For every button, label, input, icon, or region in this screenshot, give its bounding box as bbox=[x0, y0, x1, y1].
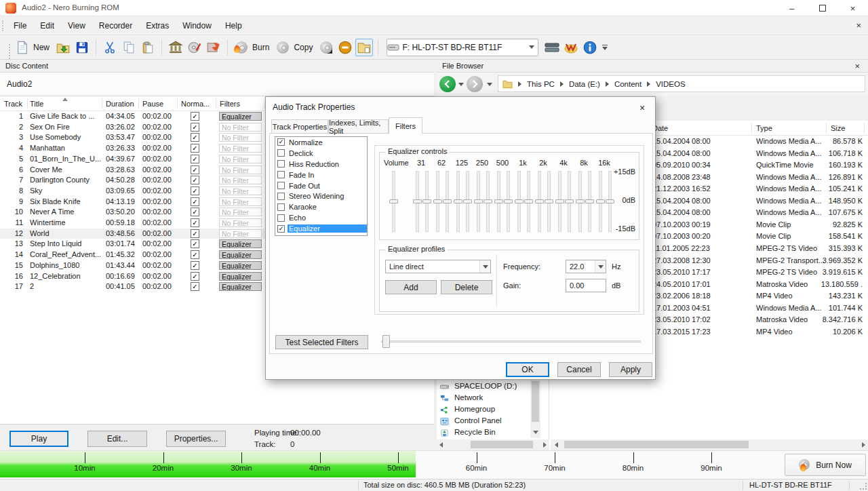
eq-slider[interactable] bbox=[608, 171, 612, 232]
tree-item-homegroup[interactable]: Homegroup bbox=[437, 404, 538, 416]
eq-slider[interactable] bbox=[425, 171, 429, 232]
copy-disc-icon[interactable] bbox=[274, 39, 292, 56]
eq-slider[interactable] bbox=[538, 171, 541, 232]
scroll-down-icon[interactable] bbox=[531, 428, 540, 437]
eq-slider-thumb[interactable] bbox=[576, 199, 585, 203]
tab-track-properties[interactable]: Track Properties bbox=[271, 119, 328, 134]
forward-history-icon[interactable] bbox=[487, 83, 492, 86]
preview-position-thumb[interactable] bbox=[382, 335, 390, 348]
col-duration[interactable]: Duration bbox=[106, 96, 134, 111]
tree-horizontal-scrollbar[interactable] bbox=[437, 439, 549, 450]
frequency-select[interactable]: 22.0 bbox=[566, 260, 606, 273]
menu-recorder[interactable]: Recorder bbox=[92, 18, 139, 33]
eq-slider[interactable] bbox=[507, 171, 510, 232]
normalize-checkbox[interactable]: ✓ bbox=[191, 218, 199, 227]
filter-checkbox[interactable] bbox=[277, 203, 285, 211]
eq-slider-thumb[interactable] bbox=[422, 199, 431, 203]
filter-item-declick[interactable]: Declick bbox=[275, 148, 367, 159]
tree-item-spaceloop-d[interactable]: SPACELOOP (D:) bbox=[437, 381, 538, 393]
col-title[interactable]: Title bbox=[30, 96, 43, 111]
delete-profile-button[interactable]: Delete bbox=[441, 280, 492, 294]
tab-filters[interactable]: Filters bbox=[389, 117, 422, 134]
erase-disc-icon[interactable] bbox=[336, 39, 354, 56]
forward-button[interactable] bbox=[467, 76, 483, 92]
menu-help[interactable]: Help bbox=[218, 18, 249, 33]
new-label[interactable]: New bbox=[33, 43, 50, 52]
burn-icon[interactable] bbox=[233, 39, 250, 56]
filter-checkbox[interactable]: ✓ bbox=[277, 138, 285, 146]
eq-slider-thumb[interactable] bbox=[555, 199, 564, 203]
disc-label-icon[interactable] bbox=[186, 39, 203, 56]
filter-item-karaoke[interactable]: Karaoke bbox=[275, 201, 367, 212]
normalize-checkbox[interactable]: ✓ bbox=[191, 239, 199, 248]
normalize-checkbox[interactable]: ✓ bbox=[191, 272, 199, 281]
normalize-checkbox[interactable]: ✓ bbox=[191, 176, 199, 184]
eq-slider[interactable] bbox=[466, 171, 469, 232]
eq-slider[interactable] bbox=[599, 171, 602, 232]
eq-slider[interactable] bbox=[527, 171, 530, 232]
normalize-checkbox[interactable]: ✓ bbox=[191, 112, 199, 121]
paste-icon[interactable] bbox=[139, 39, 157, 56]
eq-slider-thumb[interactable] bbox=[433, 199, 442, 203]
filter-item-normalize[interactable]: ✓Normalize bbox=[275, 137, 367, 148]
cancel-button[interactable]: Cancel bbox=[557, 362, 601, 377]
eq-slider-thumb[interactable] bbox=[413, 199, 422, 203]
normalize-checkbox[interactable]: ✓ bbox=[191, 261, 199, 270]
close-button[interactable]: × bbox=[837, 0, 868, 16]
eq-slider[interactable] bbox=[456, 171, 460, 232]
menu-extras[interactable]: Extras bbox=[139, 18, 176, 33]
eq-slider-thumb[interactable] bbox=[596, 199, 605, 203]
eq-slider-thumb[interactable] bbox=[524, 199, 533, 203]
drive-tray-icon[interactable] bbox=[543, 39, 561, 56]
eq-slider[interactable] bbox=[436, 171, 439, 232]
filter-badge[interactable]: Equalizer bbox=[219, 272, 262, 281]
file-browser-toggle-icon[interactable] bbox=[355, 39, 373, 56]
eq-slider[interactable] bbox=[588, 171, 591, 232]
eq-slider[interactable] bbox=[547, 171, 551, 232]
menu-edit[interactable]: Edit bbox=[33, 18, 61, 33]
eq-slider[interactable] bbox=[446, 171, 449, 232]
eq-slider-thumb[interactable] bbox=[474, 199, 483, 203]
filter-item-equalizer[interactable]: ✓Equalizer bbox=[275, 223, 367, 234]
breadcrumb-content[interactable]: Content bbox=[614, 80, 642, 88]
file-browser-close-icon[interactable]: × bbox=[854, 61, 860, 71]
filter-badge[interactable]: No Filter bbox=[219, 186, 262, 195]
eq-slider[interactable] bbox=[568, 171, 571, 232]
preview-position-slider[interactable] bbox=[381, 340, 641, 342]
scroll-right-icon[interactable] bbox=[859, 440, 868, 449]
minimize-button[interactable]: – bbox=[776, 0, 807, 16]
filter-badge[interactable]: Equalizer bbox=[219, 112, 262, 121]
play-button[interactable]: Play bbox=[9, 431, 68, 447]
filter-badge[interactable]: Equalizer bbox=[219, 261, 262, 270]
resize-grip[interactable] bbox=[860, 483, 867, 490]
filter-item-hiss-reduction[interactable]: Hiss Reduction bbox=[275, 159, 367, 170]
back-history-icon[interactable] bbox=[458, 83, 464, 86]
eq-slider[interactable] bbox=[477, 171, 480, 232]
eq-slider-thumb[interactable] bbox=[515, 199, 524, 203]
normalize-checkbox[interactable]: ✓ bbox=[191, 197, 199, 206]
disc-info-icon[interactable]: i bbox=[317, 39, 335, 56]
burn-now-button[interactable]: Burn Now bbox=[785, 454, 866, 476]
filter-item-stereo-widening[interactable]: Stereo Widening bbox=[275, 191, 367, 201]
filter-checkbox[interactable] bbox=[277, 171, 285, 178]
col-normalize[interactable]: Norma... bbox=[181, 96, 210, 111]
back-button[interactable] bbox=[439, 76, 456, 92]
burn-label[interactable]: Burn bbox=[252, 43, 269, 52]
tree-item-recycle-bin[interactable]: Recycle Bin bbox=[437, 427, 538, 439]
filter-badge[interactable]: No Filter bbox=[219, 229, 262, 238]
eq-slider[interactable] bbox=[578, 171, 582, 232]
normalize-checkbox[interactable]: ✓ bbox=[191, 155, 199, 163]
eq-slider-thumb[interactable] bbox=[585, 199, 594, 203]
ok-button[interactable]: OK bbox=[506, 362, 549, 377]
eq-slider-thumb[interactable] bbox=[443, 199, 452, 203]
new-compilation-icon[interactable] bbox=[14, 39, 31, 56]
filter-checkbox[interactable] bbox=[277, 193, 285, 200]
eq-slider[interactable] bbox=[558, 171, 561, 232]
eq-slider-thumb[interactable] bbox=[494, 199, 503, 203]
col-track[interactable]: Track bbox=[4, 96, 22, 111]
eq-slider-thumb[interactable] bbox=[389, 199, 398, 203]
filter-badge[interactable]: Equalizer bbox=[219, 250, 262, 259]
eq-slider-thumb[interactable] bbox=[504, 199, 513, 203]
tree-vertical-scrollbar[interactable] bbox=[530, 380, 540, 438]
eq-slider-thumb[interactable] bbox=[463, 199, 472, 203]
